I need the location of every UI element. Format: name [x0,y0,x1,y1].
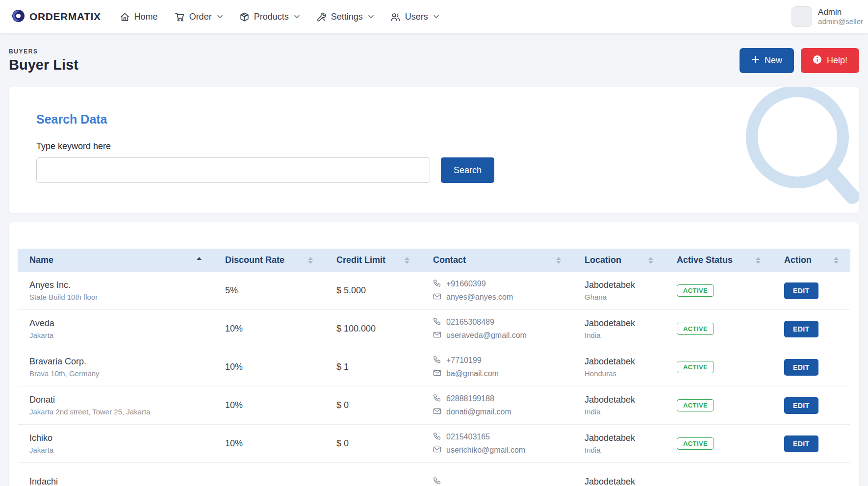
search-card-title: Search Data [36,112,832,127]
buyer-country: Honduras [585,369,653,378]
new-button[interactable]: New [740,48,794,73]
mail-icon [433,407,441,417]
search-button[interactable]: Search [441,157,494,183]
package-icon [239,12,250,22]
buyer-email: useraveda@gmail.com [446,331,527,340]
buyer-phone: 62888199188 [446,394,494,403]
cart-icon [175,12,185,22]
nav-item-home[interactable]: Home [120,12,158,22]
breadcrumb: BUYERS [9,48,78,55]
nav-label: Settings [331,12,363,22]
chevron-down-icon [434,15,439,19]
column-header-discount-rate[interactable]: Discount Rate [213,249,325,272]
buyer-address: Jakarta [29,446,202,454]
edit-button[interactable]: EDIT [784,282,818,299]
buyer-address: State Build 10th floor [29,293,202,301]
status-badge: ACTIVE [677,437,714,450]
nav-item-settings[interactable]: Settings [316,12,374,22]
buyer-country: India [585,446,653,454]
help-button[interactable]: Help! [801,48,859,73]
sort-icon[interactable] [405,257,409,264]
buyer-country: India [585,408,653,416]
user-menu[interactable]: Admin admin@seller [791,6,864,27]
buyer-email: anyes@anyes.com [446,293,513,302]
buyer-city: Jabodetabek [585,280,653,290]
edit-button[interactable]: EDIT [784,321,818,337]
page-content: BUYERS Buyer List New Help! [0,33,868,486]
buyer-name: Donati [29,395,202,405]
sort-icon[interactable] [556,257,561,264]
buyer-address: Jakarta [29,331,202,339]
buyer-name: Bravaria Corp. [29,357,202,367]
buyer-city: Jabodetabek [585,357,653,367]
top-navbar: ORDERMATIX Home Order [0,0,868,33]
column-header-location[interactable]: Location [573,249,665,272]
mail-icon [433,292,441,303]
buyer-city: Jabodetabek [585,477,653,486]
buyer-country: Ghana [585,293,653,301]
discount-rate: 10% [225,400,243,410]
brand-logo[interactable]: ORDERMATIX [7,9,106,25]
search-input[interactable] [36,157,430,183]
status-badge: ACTIVE [677,284,714,297]
nav-item-order[interactable]: Order [175,12,223,22]
buyer-city: Jabodetabek [585,395,653,405]
info-icon [813,55,822,67]
phone-icon [433,477,441,486]
plus-icon [751,55,760,66]
buyer-phone: 02165308489 [446,318,494,327]
mail-icon [433,445,441,456]
table-row: Ichiko Jakarta 10% $ 0 0215403165 useric… [18,425,850,463]
status-badge: ACTIVE [677,323,714,335]
credit-limit: $ 1 [336,362,349,372]
credit-limit: $ 5.000 [336,285,366,295]
table-row: Bravaria Corp. Brava 10th, Germany 10% $… [18,348,850,386]
column-header-action[interactable]: Action [772,249,850,272]
nav-item-users[interactable]: Users [390,12,439,22]
sort-icon[interactable] [197,257,202,264]
sort-icon[interactable] [648,257,653,264]
buyer-city: Jabodetabek [585,318,653,329]
table-row: Aveda Jakarta 10% $ 100.000 02165308489 … [18,310,850,348]
mail-icon [433,369,441,379]
discount-rate: 10% [225,324,243,333]
column-header-active-status[interactable]: Active Status [665,249,772,272]
phone-icon [433,356,441,366]
buyer-name: Indachi [29,477,202,486]
nav-item-products[interactable]: Products [239,12,300,22]
discount-rate: 10% [225,438,243,448]
buyer-table-card: Name Discount Rate Credit Limit Contact [9,222,859,486]
sort-icon[interactable] [834,257,839,264]
discount-rate: 10% [225,362,243,372]
buyer-address: Jakarta 2nd street, Tower 25, Jakarta [29,408,202,416]
phone-icon [433,279,441,289]
table-row: Anyes Inc. State Build 10th floor 5% $ 5… [18,272,850,310]
edit-button[interactable]: EDIT [784,359,818,376]
column-header-contact[interactable]: Contact [421,249,573,272]
nav-label: Users [405,12,428,22]
edit-button[interactable]: EDIT [784,397,818,414]
column-header-credit-limit[interactable]: Credit Limit [325,249,421,272]
sort-icon[interactable] [308,257,313,264]
nav-label: Home [134,12,158,22]
buyer-email: ba@gmail.com [446,369,499,378]
edit-button[interactable]: EDIT [784,435,818,452]
brand-name: ORDERMATIX [29,11,101,23]
sort-icon[interactable] [756,257,761,264]
page-title: Buyer List [9,57,78,73]
buyer-name: Aveda [29,318,202,329]
status-badge: ACTIVE [677,361,714,373]
buyer-email: userichiko@gmail.com [446,446,525,455]
avatar [791,6,812,27]
column-header-name[interactable]: Name [18,249,213,272]
buyer-name: Ichiko [29,433,202,443]
users-icon [390,12,401,22]
buyer-city: Jabodetabek [585,433,653,443]
phone-icon [433,432,441,442]
buyer-country: India [585,331,653,339]
status-badge: ACTIVE [677,399,714,411]
chevron-down-icon [294,15,300,19]
ordermatix-logo-icon [12,9,25,25]
table-header-row: Name Discount Rate Credit Limit Contact [18,249,850,272]
credit-limit: $ 0 [336,400,349,410]
